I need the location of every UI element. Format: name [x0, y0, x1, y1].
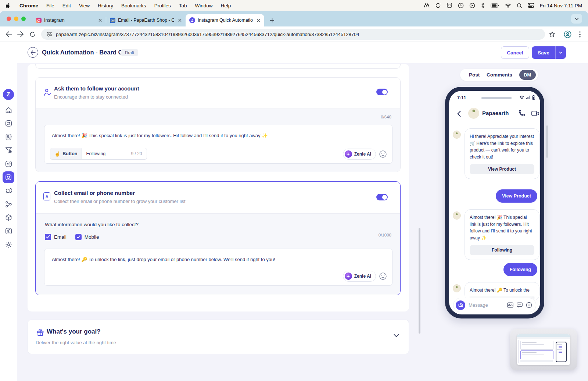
tab-close-icon[interactable]	[177, 17, 183, 23]
save-button[interactable]: Save	[532, 46, 566, 59]
zoom-window-button[interactable]	[21, 17, 26, 21]
gallery-icon[interactable]	[507, 302, 513, 308]
emoji-picker-icon[interactable]	[379, 272, 387, 280]
video-call-icon[interactable]	[531, 111, 539, 116]
following-button[interactable]: Following	[470, 245, 534, 255]
bluetooth-icon[interactable]	[481, 3, 485, 8]
new-tab-button[interactable]	[267, 15, 277, 25]
back-icon[interactable]	[4, 30, 13, 39]
message-placeholder[interactable]: Message	[469, 302, 504, 308]
menu-help[interactable]: Help	[220, 3, 231, 8]
clock-app-icon[interactable]	[458, 3, 464, 8]
contact-avatar[interactable]	[468, 108, 479, 119]
view-product-button[interactable]: View Product	[470, 164, 534, 174]
menu-file[interactable]: File	[46, 3, 54, 8]
sidebar-item-journeys[interactable]	[3, 117, 14, 129]
sticker-comment-icon[interactable]	[517, 302, 523, 308]
tab-instagram[interactable]: Instagram	[32, 14, 106, 26]
screen-share-thumbnail[interactable]	[510, 329, 577, 370]
add-attachment-icon[interactable]	[526, 302, 532, 308]
button-type-label: Button	[62, 151, 77, 156]
sidebar-item-flows[interactable]	[3, 198, 14, 210]
expand-chevron-icon[interactable]	[394, 334, 399, 337]
sync-app-icon[interactable]	[435, 3, 441, 8]
site-settings-icon[interactable]	[46, 32, 52, 37]
zenie-ai-button[interactable]: Zenie AI	[343, 271, 376, 282]
forward-icon[interactable]	[16, 30, 25, 39]
url-bar[interactable]: papaearth.zepic.biz/instagram/3737772443…	[41, 29, 545, 40]
assistant-app-icon[interactable]	[447, 3, 452, 8]
play-app-icon[interactable]	[469, 3, 475, 8]
spotlight-search-icon[interactable]	[517, 3, 522, 8]
menubar-app-name[interactable]: Chrome	[19, 3, 38, 8]
minimize-window-button[interactable]	[14, 17, 18, 21]
button-type-segment[interactable]: ☝Button	[50, 148, 82, 159]
email-checkbox[interactable]	[45, 234, 51, 240]
sidebar-item-broadcasts[interactable]	[3, 158, 14, 170]
call-icon[interactable]	[518, 110, 526, 117]
collect-message-text[interactable]: Almost there! 🔑 To unlock the link, just…	[52, 256, 381, 263]
tab-close-icon[interactable]	[97, 17, 103, 23]
phone-preview: 7:11 Papaearth Hi there! Appreciate your…	[445, 87, 544, 318]
tab-search-chevron-button[interactable]	[571, 14, 582, 24]
mobile-checkbox-item[interactable]: Mobile	[75, 234, 99, 240]
dm-button-component[interactable]: ☝Button Following 9 / 20	[50, 148, 147, 160]
back-button[interactable]	[28, 47, 38, 58]
cancel-button[interactable]: Cancel	[501, 46, 529, 59]
zepic-logo[interactable]: Z	[3, 89, 14, 100]
menu-history[interactable]: History	[98, 3, 113, 8]
save-dropdown-chevron-icon[interactable]	[556, 51, 566, 54]
menu-bookmarks[interactable]: Bookmarks	[121, 3, 146, 8]
menu-view[interactable]: View	[79, 3, 90, 8]
bookmark-star-icon[interactable]	[548, 30, 556, 39]
email-checkbox-item[interactable]: Email	[45, 234, 67, 240]
zenie-ai-button[interactable]: Zenie AI	[343, 149, 376, 160]
sidebar-item-instagram-active[interactable]	[3, 171, 14, 183]
follow-message-text[interactable]: Almost there! 🎉 This special link is jus…	[52, 132, 381, 139]
sidebar-item-analytics[interactable]	[3, 225, 14, 237]
control-center-icon[interactable]	[528, 3, 534, 8]
chrome-menu-icon[interactable]	[576, 30, 584, 39]
follow-toggle[interactable]	[376, 89, 388, 95]
reload-icon[interactable]	[28, 30, 37, 39]
collect-message-box[interactable]: Almost there! 🔑 To unlock the link, just…	[44, 249, 392, 286]
message-input-bar[interactable]: Message	[453, 298, 536, 312]
tab-close-icon[interactable]	[255, 17, 261, 23]
sidebar-item-products[interactable]	[3, 211, 14, 223]
menu-window[interactable]: Window	[195, 3, 212, 8]
tab-dm-active[interactable]: DM	[519, 70, 536, 80]
wifi-icon[interactable]	[505, 3, 511, 8]
apple-logo-icon[interactable]	[6, 3, 11, 9]
sidebar-item-inbox[interactable]	[3, 185, 14, 196]
tab-comments[interactable]: Comments	[487, 72, 512, 78]
instagram-favicon	[36, 18, 42, 23]
menu-profiles[interactable]: Profiles	[154, 3, 171, 8]
tab-quick-automation-active[interactable]: Z Instagram Quick Automation	[186, 14, 264, 26]
menu-tab[interactable]: Tab	[179, 3, 187, 8]
collect-toggle[interactable]	[376, 194, 388, 200]
tab-label: Instagram	[44, 18, 94, 23]
mobile-checkbox[interactable]	[75, 234, 82, 240]
sidebar-item-settings[interactable]	[3, 239, 14, 250]
url-text[interactable]: papaearth.zepic.biz/instagram/3737772443…	[56, 32, 359, 37]
emoji-picker-icon[interactable]	[379, 150, 387, 158]
sidebar-item-contacts[interactable]	[3, 131, 14, 143]
peaks-app-icon[interactable]	[424, 3, 430, 8]
battery-icon[interactable]	[491, 3, 499, 8]
close-window-button[interactable]	[7, 17, 11, 21]
back-chevron-icon[interactable]	[457, 111, 461, 117]
menu-edit[interactable]: Edit	[62, 3, 71, 8]
button-text-input[interactable]: Following	[82, 148, 131, 159]
save-label[interactable]: Save	[532, 50, 555, 56]
goal-card[interactable]: What's your goal? Deliver the right valu…	[28, 320, 409, 354]
sidebar-item-segments[interactable]	[3, 144, 14, 156]
content-scrollbar[interactable]	[419, 228, 420, 334]
profile-avatar-icon[interactable]	[563, 30, 572, 39]
sidebar-item-home[interactable]	[3, 104, 14, 116]
preview-scrollbar[interactable]	[546, 125, 548, 158]
menubar-clock[interactable]: Fri 14 Nov 7:11 PM	[540, 3, 582, 8]
tab-post[interactable]: Post	[469, 72, 480, 78]
camera-icon[interactable]	[456, 300, 465, 310]
follow-message-box[interactable]: Almost there! 🎉 This special link is jus…	[44, 125, 392, 164]
tab-email[interactable]: Email - PapaEarth Shop - Out	[106, 14, 186, 26]
